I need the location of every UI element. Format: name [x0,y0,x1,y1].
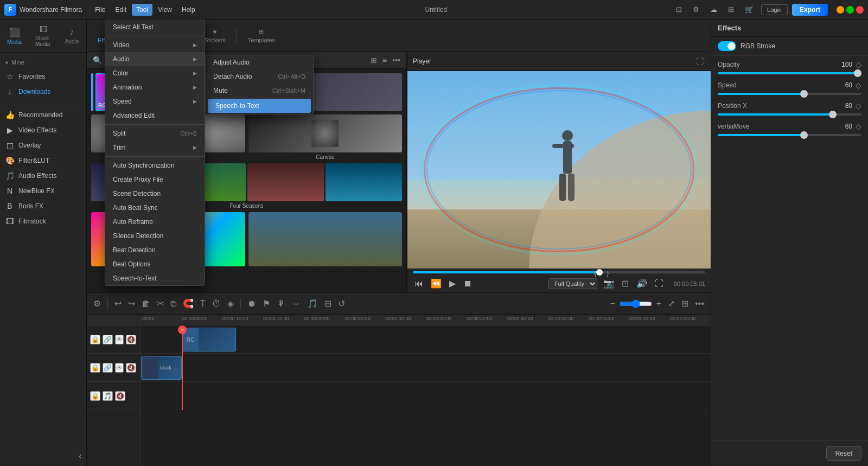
track-2-link[interactable]: 🔗 [103,363,113,373]
beat-detection-item[interactable]: Beat Detection [105,243,205,257]
playhead[interactable]: ✕ [182,325,183,410]
opacity-slider-track[interactable] [718,72,861,74]
audio-track-button[interactable]: 🎵 [305,296,320,311]
stop-button[interactable]: ⏹ [462,277,474,290]
rgb-stroke-toggle[interactable] [718,41,736,51]
vertia-move-slider-track[interactable] [718,134,861,136]
sidebar-item-downloads[interactable]: ↓ Downloads [0,84,86,99]
video-menu-item[interactable]: Video [105,38,205,52]
split-screen-button[interactable]: ⊟ [322,296,334,311]
color-menu-item[interactable]: Color [105,66,205,80]
loop-button[interactable]: ↺ [336,296,347,311]
sidebar-item-newblue-fx[interactable]: N NewBlue FX [0,183,86,199]
sidebar-item-filter-lut[interactable]: 🎨 Filter&LUT [0,153,86,168]
sidebar-item-video-effects[interactable]: ▶ Video Effects [0,123,86,138]
sidebar-item-audio-effects[interactable]: 🎵 Audio Effects [0,168,86,183]
opacity-reset-icon[interactable]: ◇ [856,60,861,69]
tab-audio[interactable]: ♪ Audio [58,20,86,52]
zoom-button[interactable]: ⛶ [653,277,665,290]
cart-icon-btn[interactable]: 🛒 [742,4,757,15]
auto-sync-item[interactable]: Auto Synchronization [105,158,205,173]
more-options-button[interactable]: ••• [391,54,402,66]
video-clip-1[interactable]: RC [182,328,236,352]
more-tl-button[interactable]: ••• [693,297,706,311]
track-2-eye[interactable]: 👁 [115,363,124,373]
beat-options-item[interactable]: Beat Options [105,257,205,271]
menu-tool[interactable]: Tool [132,4,152,16]
grid-icon-btn[interactable]: ⊞ [725,4,737,15]
snapshot-button[interactable]: 📷 [602,277,616,290]
menu-view[interactable]: View [154,4,176,16]
export-button[interactable]: Export [792,4,828,16]
tab-stock-media[interactable]: 🎞 Stock Media [29,20,58,52]
speech-to-text-submenu-item[interactable]: Speech-to-Text [208,99,311,113]
filter-button[interactable]: ⊞ [369,54,379,66]
win-minimize[interactable] [837,6,844,14]
vertia-move-thumb[interactable] [800,131,808,139]
vertia-move-reset-icon[interactable]: ◇ [856,122,861,131]
sidebar-mine-header[interactable]: ▾ Mine [0,56,86,69]
mute-item[interactable]: Mute Ctrl+Shift+M [206,84,313,98]
transition-button[interactable]: ↔ [290,297,303,311]
track-1-lock[interactable]: 🔒 [90,335,100,344]
sidebar-item-overlay[interactable]: ◫ Overlay [0,138,86,153]
clip-button[interactable]: ⧉ [168,297,178,311]
sort-button[interactable]: ≡ [381,54,388,66]
speed-thumb[interactable] [800,90,808,98]
sidebar-item-recommended[interactable]: 👍 Recommended [0,107,86,123]
create-proxy-item[interactable]: Create Proxy File [105,173,205,187]
speed-menu-item[interactable]: Speed [105,94,205,108]
audio-lock[interactable]: 🔒 [90,391,100,401]
position-x-slider-track[interactable] [718,113,861,116]
undo-button[interactable]: ↩ [112,296,124,311]
sidebar-item-boris-fx[interactable]: B Boris FX [0,199,86,214]
record-button[interactable]: ⏺ [245,297,258,311]
progress-thumb[interactable] [596,269,603,276]
login-button[interactable]: Login [761,4,788,15]
adjust-audio-item[interactable]: Adjust Audio [206,55,313,69]
sidebar-item-favorites[interactable]: ☆ Favorites [0,69,86,84]
settings-icon-btn[interactable]: ⚙ [690,4,703,15]
menu-help[interactable]: Help [177,4,200,16]
skip-back-button[interactable]: ⏮ [413,277,425,290]
redo-button[interactable]: ↪ [126,296,137,311]
split-menu-item[interactable]: Split Ctrl+B [105,126,205,141]
track-1-link[interactable]: 🔗 [103,335,113,344]
speed-slider-track[interactable] [718,93,861,95]
pip-button[interactable]: ⊡ [620,277,630,290]
fit-button[interactable]: ⤢ [666,296,677,311]
marker-button[interactable]: ⚑ [260,296,272,311]
cloud-icon-btn[interactable]: ☁ [707,4,720,15]
auto-beat-sync-item[interactable]: Auto Beat Sync [105,201,205,215]
collapse-sidebar-button[interactable]: ‹ [79,450,82,462]
fullscreen-button[interactable]: ⛶ [694,55,705,67]
track-1-eye[interactable]: 👁 [115,335,124,344]
snap-button[interactable]: 🧲 [181,296,196,311]
scene-detection-item[interactable]: Scene Detection [105,187,205,201]
sidebar-item-filmstock[interactable]: 🎞 Filmstock [0,214,86,229]
cut-button[interactable]: ✂ [155,296,166,311]
tab-media[interactable]: ⬛ Media [0,20,29,52]
video-clip-2[interactable]: black audio [141,356,182,380]
opacity-thumb[interactable] [854,69,861,77]
audio-link[interactable]: 🎵 [103,391,113,401]
menu-edit[interactable]: Edit [111,4,131,16]
step-back-button[interactable]: ⏪ [429,277,443,290]
trim-menu-item[interactable]: Trim [105,141,205,155]
search-button[interactable]: 🔍 [91,54,104,66]
volume-button[interactable]: 🔊 [635,277,649,290]
advanced-edit-item[interactable]: Advanced Edit [105,108,205,123]
position-x-thumb[interactable] [829,111,837,118]
clock-button[interactable]: ⏱ [210,297,223,311]
text-tool-button[interactable]: T [198,297,208,311]
keyframe-button[interactable]: ◈ [225,296,236,311]
silence-detection-item[interactable]: Silence Detection [105,229,205,243]
play-button[interactable]: ▶ [448,277,457,290]
audio-menu-item[interactable]: Audio [105,52,205,66]
tab-templates[interactable]: ⊞ Templates [241,26,282,46]
delete-button[interactable]: 🗑 [139,297,152,311]
zoom-out-btn[interactable]: − [608,297,617,311]
track-1-mute[interactable]: 🔇 [126,335,136,344]
detach-audio-item[interactable]: Detach Audio Ctrl+Alt+D [206,69,313,84]
animation-menu-item[interactable]: Animation [105,80,205,94]
